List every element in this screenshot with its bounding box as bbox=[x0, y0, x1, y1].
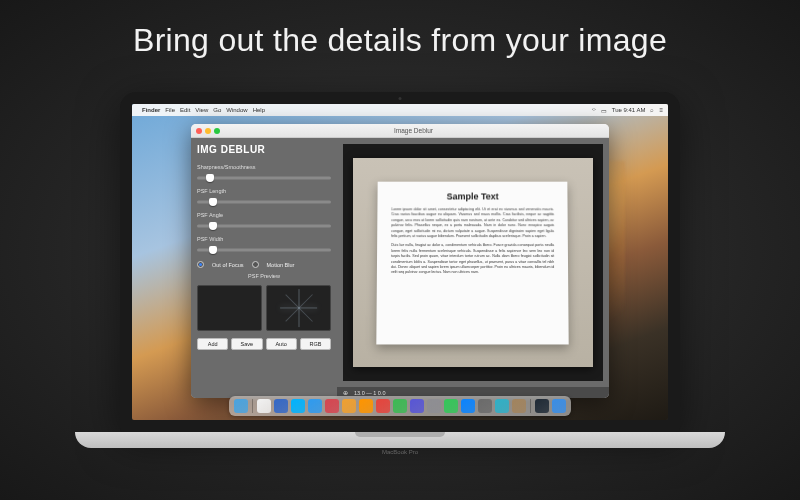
slider-thumb[interactable] bbox=[209, 246, 217, 254]
psf-preview-label: PSF Preview bbox=[197, 273, 331, 279]
close-button[interactable] bbox=[196, 128, 202, 134]
laptop-model-label: MacBook Pro bbox=[120, 449, 680, 455]
sample-heading: Sample Text bbox=[392, 192, 554, 202]
macos-menubar: Finder File Edit View Go Window Help ⌔ ▭… bbox=[132, 104, 668, 116]
psf-preview-input bbox=[197, 285, 262, 331]
dock-app-icon[interactable] bbox=[325, 399, 339, 413]
desktop-screen: Finder File Edit View Go Window Help ⌔ ▭… bbox=[132, 104, 668, 420]
auto-button[interactable]: Auto bbox=[266, 338, 297, 350]
sample-paragraph-2: Duis lue nulla, feugiat ac dolor a, cond… bbox=[391, 244, 555, 276]
slider-sharpness[interactable] bbox=[197, 173, 331, 183]
menu-window[interactable]: Window bbox=[226, 107, 247, 113]
wifi-icon[interactable]: ⌔ bbox=[592, 107, 596, 113]
menu-file[interactable]: File bbox=[165, 107, 175, 113]
macos-dock bbox=[229, 396, 571, 416]
menubar-clock[interactable]: Tue 9:41 AM bbox=[612, 107, 646, 113]
zoom-status-text: 13.0 — 1 0.0 bbox=[354, 390, 386, 396]
image-canvas[interactable]: Sample Text Lorem ipsum dolor sit amet, … bbox=[343, 144, 603, 381]
loaded-photo: Sample Text Lorem ipsum dolor sit amet, … bbox=[353, 158, 592, 367]
sample-paragraph-1: Lorem ipsum dolor sit amet, consectetur … bbox=[391, 207, 554, 239]
dock-app-icon[interactable] bbox=[461, 399, 475, 413]
magnify-icon[interactable]: ⊕ bbox=[343, 389, 348, 396]
psf-preview-output bbox=[266, 285, 331, 331]
add-button[interactable]: Add bbox=[197, 338, 228, 350]
menubar-app-name[interactable]: Finder bbox=[142, 107, 160, 113]
controls-panel: IMG DEBLUR Sharpness/Smoothness PSF Leng… bbox=[191, 138, 337, 398]
laptop-base bbox=[75, 432, 725, 448]
panel-title: IMG DEBLUR bbox=[197, 144, 331, 155]
slider-psf-angle[interactable] bbox=[197, 221, 331, 231]
slider-label-psf-length: PSF Length bbox=[197, 188, 331, 194]
dock-app-icon[interactable] bbox=[257, 399, 271, 413]
slider-label-psf-angle: PSF Angle bbox=[197, 212, 331, 218]
slider-thumb[interactable] bbox=[206, 174, 214, 182]
laptop-camera bbox=[399, 97, 402, 100]
save-button[interactable]: Save bbox=[231, 338, 262, 350]
dock-app-icon[interactable] bbox=[234, 399, 248, 413]
menu-view[interactable]: View bbox=[195, 107, 208, 113]
sample-document: Sample Text Lorem ipsum dolor sit amet, … bbox=[377, 182, 570, 344]
dock-app-icon[interactable] bbox=[342, 399, 356, 413]
dock-app-icon[interactable] bbox=[376, 399, 390, 413]
radio-label-motion-blur: Motion Blur bbox=[267, 262, 295, 268]
notification-center-icon[interactable]: ≡ bbox=[659, 107, 663, 113]
menu-edit[interactable]: Edit bbox=[180, 107, 190, 113]
window-title: Image Deblur bbox=[223, 127, 604, 134]
dock-app-icon[interactable] bbox=[393, 399, 407, 413]
dock-app-icon[interactable] bbox=[478, 399, 492, 413]
radio-motion-blur[interactable] bbox=[252, 261, 259, 268]
laptop-mockup: Finder File Edit View Go Window Help ⌔ ▭… bbox=[120, 92, 680, 455]
dock-app-icon[interactable] bbox=[308, 399, 322, 413]
menu-go[interactable]: Go bbox=[213, 107, 221, 113]
app-window: Image Deblur IMG DEBLUR Sharpness/Smooth… bbox=[191, 124, 609, 398]
headline: Bring out the details from your image bbox=[0, 22, 800, 59]
dock-app-icon[interactable] bbox=[444, 399, 458, 413]
image-viewer: Sample Text Lorem ipsum dolor sit amet, … bbox=[337, 138, 609, 398]
slider-thumb[interactable] bbox=[209, 198, 217, 206]
window-titlebar[interactable]: Image Deblur bbox=[191, 124, 609, 138]
battery-icon[interactable]: ▭ bbox=[601, 107, 607, 114]
rgb-button[interactable]: RGB bbox=[300, 338, 331, 350]
dock-app-icon[interactable] bbox=[274, 399, 288, 413]
dock-app-icon[interactable] bbox=[512, 399, 526, 413]
slider-psf-length[interactable] bbox=[197, 197, 331, 207]
dock-app-icon[interactable] bbox=[359, 399, 373, 413]
dock-app-icon[interactable] bbox=[495, 399, 509, 413]
radio-label-out-of-focus: Out of Focus bbox=[212, 262, 244, 268]
slider-psf-width[interactable] bbox=[197, 245, 331, 255]
slider-thumb[interactable] bbox=[209, 222, 217, 230]
dock-app-icon[interactable] bbox=[427, 399, 441, 413]
dock-app-icon[interactable] bbox=[552, 399, 566, 413]
dock-app-icon[interactable] bbox=[535, 399, 549, 413]
radio-out-of-focus[interactable] bbox=[197, 261, 204, 268]
dock-app-icon[interactable] bbox=[291, 399, 305, 413]
spotlight-icon[interactable]: ⌕ bbox=[650, 107, 654, 113]
slider-label-sharpness: Sharpness/Smoothness bbox=[197, 164, 331, 170]
zoom-button[interactable] bbox=[214, 128, 220, 134]
slider-label-psf-width: PSF Width bbox=[197, 236, 331, 242]
minimize-button[interactable] bbox=[205, 128, 211, 134]
dock-app-icon[interactable] bbox=[410, 399, 424, 413]
menu-help[interactable]: Help bbox=[253, 107, 265, 113]
